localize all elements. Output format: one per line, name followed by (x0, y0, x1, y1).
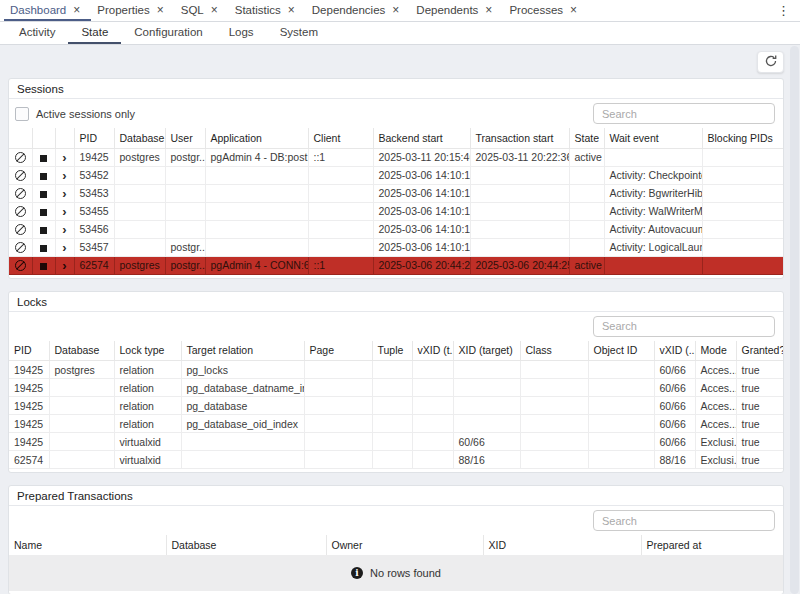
column-header[interactable] (55, 128, 74, 148)
column-header[interactable]: Prepared at (641, 535, 783, 555)
table-row[interactable]: ›534562025-03-06 14:10:11 ...Activity: A… (9, 220, 783, 238)
column-header[interactable]: Page (304, 341, 372, 361)
close-icon[interactable]: × (157, 4, 164, 16)
column-header[interactable]: State (569, 128, 604, 148)
column-header[interactable]: Database (166, 535, 326, 555)
tab-dashboard[interactable]: Dashboard× (4, 0, 91, 21)
column-header[interactable]: PID (9, 341, 49, 361)
cancel-icon[interactable] (15, 260, 26, 271)
subtab-system[interactable]: System (267, 22, 331, 44)
table-row[interactable]: 19425postgresrelationpg_locks60/66Acces.… (9, 361, 783, 379)
stop-icon[interactable] (40, 263, 47, 270)
column-header[interactable]: Database (49, 341, 114, 361)
cancel-cell[interactable] (9, 220, 32, 238)
stop-icon[interactable] (40, 173, 47, 180)
cancel-icon[interactable] (15, 188, 26, 199)
subtab-configuration[interactable]: Configuration (121, 22, 215, 44)
column-header[interactable]: XID (483, 535, 641, 555)
cancel-icon[interactable] (15, 206, 26, 217)
stop-cell[interactable] (32, 256, 55, 274)
subtab-activity[interactable]: Activity (6, 22, 68, 44)
expand-cell[interactable]: › (55, 256, 74, 274)
column-header[interactable]: Database (114, 128, 165, 148)
tab-dependents[interactable]: Dependents× (410, 0, 503, 21)
cancel-cell[interactable] (9, 256, 32, 274)
table-row[interactable]: ›53457postgr...2025-03-06 14:10:11 ...Ac… (9, 238, 783, 256)
prepared-search-input[interactable] (593, 510, 775, 531)
column-header[interactable]: vXID (t... (412, 341, 453, 361)
cancel-icon[interactable] (15, 152, 26, 163)
column-header[interactable]: Wait event (604, 128, 702, 148)
close-icon[interactable]: × (570, 4, 577, 16)
tab-processes[interactable]: Processes× (503, 0, 588, 21)
column-header[interactable]: Object ID (588, 341, 654, 361)
column-header[interactable]: Transaction start (470, 128, 569, 148)
close-icon[interactable]: × (288, 4, 295, 16)
table-row[interactable]: 19425relationpg_database_oid_index60/66A… (9, 415, 783, 433)
stop-icon[interactable] (40, 227, 47, 234)
table-row[interactable]: 62574virtualxid88/1688/16Exclusi...true (9, 451, 783, 469)
cancel-icon[interactable] (15, 170, 26, 181)
stop-icon[interactable] (40, 209, 47, 216)
column-header[interactable]: Owner (326, 535, 483, 555)
table-row[interactable]: ›534552025-03-06 14:10:11 ...Activity: W… (9, 202, 783, 220)
cancel-icon[interactable] (15, 224, 26, 235)
column-header[interactable]: User (165, 128, 205, 148)
column-header[interactable] (9, 128, 32, 148)
table-row[interactable]: ›534522025-03-06 14:10:11 ...Activity: C… (9, 166, 783, 184)
stop-cell[interactable] (32, 148, 55, 166)
column-header[interactable]: Name (9, 535, 166, 555)
table-row[interactable]: ›19425postgrespostgr...pgAdmin 4 - DB:po… (9, 148, 783, 166)
cancel-cell[interactable] (9, 166, 32, 184)
tab-properties[interactable]: Properties× (91, 0, 174, 21)
column-header[interactable]: Client (308, 128, 373, 148)
expand-icon[interactable]: › (62, 223, 66, 236)
column-header[interactable]: Lock type (114, 341, 181, 361)
stop-icon[interactable] (40, 191, 47, 198)
expand-icon[interactable]: › (62, 187, 66, 200)
close-icon[interactable]: × (73, 4, 80, 16)
locks-search-input[interactable] (593, 316, 775, 337)
column-header[interactable]: Mode (695, 341, 736, 361)
expand-cell[interactable]: › (55, 202, 74, 220)
close-icon[interactable]: × (392, 4, 399, 16)
table-row[interactable]: 19425virtualxid60/6660/66Exclusi...true (9, 433, 783, 451)
tab-dependencies[interactable]: Dependencies× (306, 0, 411, 21)
stop-cell[interactable] (32, 220, 55, 238)
expand-icon[interactable]: › (62, 205, 66, 218)
tab-menu-kebab-icon[interactable]: ⋮ (771, 0, 796, 21)
stop-cell[interactable] (32, 184, 55, 202)
stop-icon[interactable] (40, 245, 47, 252)
cancel-cell[interactable] (9, 184, 32, 202)
table-row[interactable]: 19425relationpg_database_datname_ind...6… (9, 379, 783, 397)
expand-icon[interactable]: › (62, 259, 66, 272)
table-row[interactable]: ›534532025-03-06 14:10:11 ...Activity: B… (9, 184, 783, 202)
column-header[interactable]: Backend start (373, 128, 470, 148)
tab-sql[interactable]: SQL× (175, 0, 229, 21)
tab-statistics[interactable]: Statistics× (229, 0, 306, 21)
column-header[interactable]: vXID (... (654, 341, 695, 361)
column-header[interactable]: Blocking PIDs (702, 128, 783, 148)
column-header[interactable]: Tuple (372, 341, 412, 361)
expand-cell[interactable]: › (55, 184, 74, 202)
column-header[interactable]: Class (520, 341, 588, 361)
column-header[interactable]: Granted? (736, 341, 783, 361)
table-row[interactable]: ›62574postgrespostgr...pgAdmin 4 - CONN:… (9, 256, 783, 274)
expand-icon[interactable]: › (62, 151, 66, 164)
close-icon[interactable]: × (485, 4, 492, 16)
active-sessions-checkbox[interactable] (15, 107, 29, 121)
column-header[interactable] (32, 128, 55, 148)
cancel-cell[interactable] (9, 202, 32, 220)
column-header[interactable]: Application (205, 128, 308, 148)
table-row[interactable]: 19425relationpg_database60/66Acces...tru… (9, 397, 783, 415)
vertical-scrollbar[interactable] (790, 46, 799, 594)
subtab-logs[interactable]: Logs (216, 22, 267, 44)
stop-cell[interactable] (32, 166, 55, 184)
expand-icon[interactable]: › (62, 169, 66, 182)
column-header[interactable]: PID (74, 128, 114, 148)
stop-cell[interactable] (32, 238, 55, 256)
expand-cell[interactable]: › (55, 148, 74, 166)
subtab-state[interactable]: State (68, 22, 121, 44)
close-icon[interactable]: × (211, 4, 218, 16)
column-header[interactable]: Target relation (181, 341, 304, 361)
